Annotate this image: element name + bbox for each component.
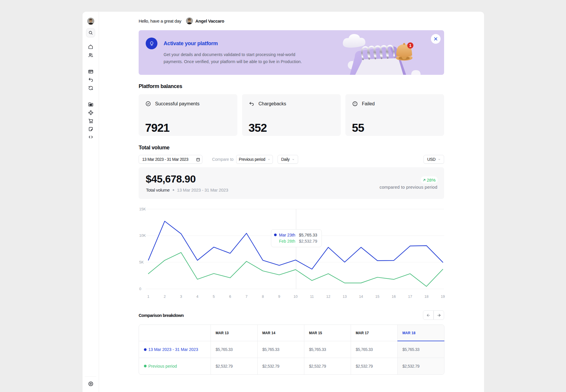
svg-text:7: 7 [246, 295, 248, 299]
svg-text:15K: 15K [139, 207, 146, 211]
svg-text:5: 5 [213, 295, 215, 299]
svg-text:3: 3 [180, 295, 182, 299]
svg-text:$2,532.79: $2,532.79 [299, 239, 317, 244]
svg-text:18: 18 [424, 295, 429, 299]
svg-text:10: 10 [293, 295, 298, 299]
svg-text:5K: 5K [139, 260, 144, 264]
svg-text:1: 1 [409, 43, 412, 48]
svg-text:16: 16 [392, 295, 396, 299]
svg-text:4: 4 [196, 295, 199, 299]
svg-text:11: 11 [310, 295, 314, 299]
svg-text:6: 6 [229, 295, 231, 299]
svg-text:8: 8 [262, 295, 264, 299]
svg-text:13: 13 [342, 295, 347, 299]
svg-text:12: 12 [326, 295, 330, 299]
svg-text:$5,765.33: $5,765.33 [299, 233, 317, 237]
svg-text:10K: 10K [139, 234, 146, 238]
svg-text:14: 14 [359, 295, 363, 299]
svg-text:19: 19 [441, 295, 445, 299]
svg-text:15: 15 [375, 295, 379, 299]
svg-text:9: 9 [278, 295, 280, 299]
svg-text:1: 1 [147, 295, 150, 299]
svg-text:17: 17 [408, 295, 412, 299]
svg-text:Mar 23th: Mar 23th [279, 233, 295, 237]
svg-text:Feb 28th: Feb 28th [279, 239, 295, 244]
svg-text:0: 0 [139, 287, 141, 291]
svg-text:2: 2 [164, 295, 166, 299]
